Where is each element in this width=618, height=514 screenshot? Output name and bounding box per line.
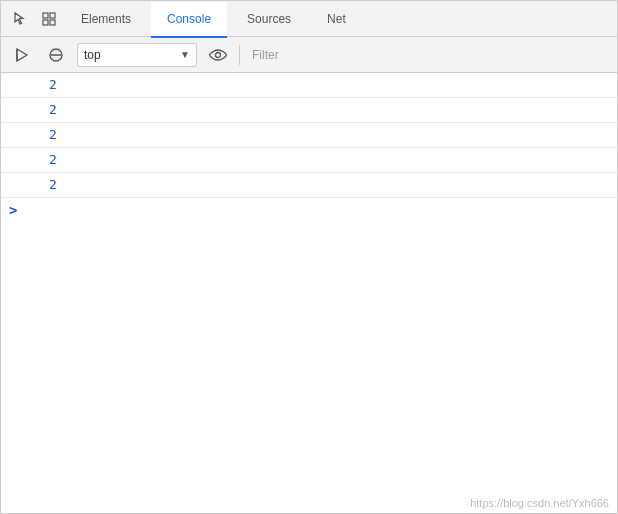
console-output: 2 2 2 2 2 > https://blog.csdn.net/Yxh666 xyxy=(1,73,617,513)
tab-console[interactable]: Console xyxy=(151,2,227,38)
console-row: 2 xyxy=(1,98,617,123)
console-value-4: 2 xyxy=(1,150,73,170)
console-value-5: 2 xyxy=(1,175,73,195)
cursor-icon-button[interactable] xyxy=(9,7,33,31)
console-row: 2 xyxy=(1,173,617,198)
prompt-chevron-icon: > xyxy=(9,202,17,218)
watermark: https://blog.csdn.net/Yxh666 xyxy=(470,497,609,509)
svg-point-8 xyxy=(216,52,221,57)
context-selector[interactable]: top ▼ xyxy=(77,43,197,67)
console-value-3: 2 xyxy=(1,125,73,145)
filter-input[interactable] xyxy=(248,46,609,64)
console-input[interactable] xyxy=(21,203,609,218)
svg-rect-2 xyxy=(43,20,48,25)
inspect-icon-button[interactable] xyxy=(37,7,61,31)
tab-bar: Elements Console Sources Net xyxy=(1,1,617,37)
run-script-button[interactable] xyxy=(9,42,35,68)
svg-marker-4 xyxy=(17,49,27,61)
console-row: 2 xyxy=(1,123,617,148)
console-value-2: 2 xyxy=(1,100,73,120)
console-row: 2 xyxy=(1,148,617,173)
tab-elements[interactable]: Elements xyxy=(65,2,147,38)
svg-rect-0 xyxy=(43,13,48,18)
svg-rect-1 xyxy=(50,13,55,18)
svg-rect-3 xyxy=(50,20,55,25)
tab-network[interactable]: Net xyxy=(311,2,362,38)
console-row: 2 xyxy=(1,73,617,98)
eye-icon-button[interactable] xyxy=(205,42,231,68)
context-value: top xyxy=(84,48,172,62)
devtools-container: Elements Console Sources Net xyxy=(0,0,618,514)
chevron-down-icon: ▼ xyxy=(180,49,190,60)
tab-sources[interactable]: Sources xyxy=(231,2,307,38)
clear-errors-button[interactable] xyxy=(43,42,69,68)
console-prompt-row[interactable]: > xyxy=(1,198,617,222)
console-value-1: 2 xyxy=(1,75,73,95)
toolbar: top ▼ xyxy=(1,37,617,73)
toolbar-separator xyxy=(239,45,240,65)
